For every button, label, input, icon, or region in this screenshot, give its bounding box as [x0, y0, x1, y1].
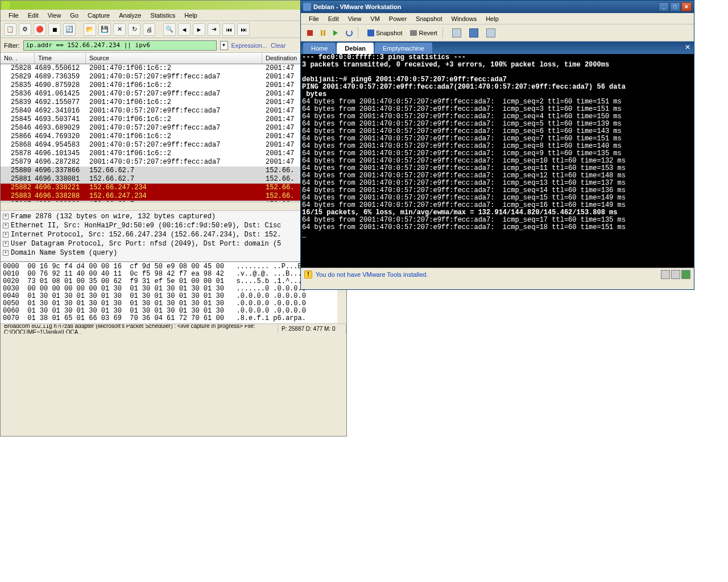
menu-analyze[interactable]: Analyze	[114, 11, 146, 20]
detail-row[interactable]: +User Datagram Protocol, Src Port: nfsd …	[3, 239, 344, 248]
menu-statistics[interactable]: Statistics	[146, 11, 180, 20]
vm-menu-windows[interactable]: Windows	[447, 14, 482, 23]
menu-edit[interactable]: Edit	[23, 11, 43, 20]
filter-dropdown-icon[interactable]: ▼	[220, 41, 228, 50]
expand-icon[interactable]: +	[3, 250, 9, 256]
packet-details[interactable]: +Frame 2878 (132 bytes on wire, 132 byte…	[1, 211, 346, 262]
device-harddisk-icon[interactable]	[661, 270, 670, 279]
expand-icon[interactable]: +	[3, 214, 9, 219]
menu-view[interactable]: View	[43, 11, 66, 20]
tb-options-icon[interactable]: ⚙	[19, 23, 31, 36]
packet-list-hscroll[interactable]	[1, 202, 346, 211]
tb-reload-icon[interactable]: ↻	[128, 23, 140, 36]
col-source[interactable]: Source	[86, 53, 262, 64]
packet-row[interactable]: 258354690.8759282001:470:1f06:1c6::22001…	[1, 81, 346, 90]
vm-menu-power[interactable]: Power	[384, 14, 411, 23]
vm-status-text[interactable]: You do not have VMware Tools installed.	[316, 271, 657, 278]
col-no[interactable]: No. .	[1, 53, 35, 64]
packet-row[interactable]: 258784696.1013452001:470:1f06:1c6::22001…	[1, 149, 346, 158]
expand-icon[interactable]: +	[3, 223, 9, 228]
packet-row[interactable]: 258284689.5506122001:470:1f06:1c6::22001…	[1, 64, 346, 73]
vm-menu-file[interactable]: File	[304, 14, 324, 23]
filter-expression-link[interactable]: Expression...	[231, 42, 268, 49]
vmware-titlebar[interactable]: Debian - VMware Workstation _ □ ✕	[301, 1, 694, 13]
packet-list-headers: No. . Time Source Destination	[1, 53, 346, 64]
menu-file[interactable]: File	[4, 11, 23, 20]
tab-close-icon[interactable]: ✕	[684, 43, 692, 51]
vm-menu-edit[interactable]: Edit	[324, 14, 344, 23]
vm-menu-view[interactable]: View	[344, 14, 366, 23]
detail-row[interactable]: +Ethernet II, Src: HonHaiPr_9d:50:e9 (00…	[3, 221, 344, 230]
detail-row[interactable]: +Frame 2878 (132 bytes on wire, 132 byte…	[3, 212, 344, 221]
wireshark-titlebar[interactable]	[1, 1, 346, 10]
packet-row[interactable]: 258394692.1550772001:470:1f06:1c6::22001…	[1, 98, 346, 107]
filter-clear-link[interactable]: Clear	[271, 42, 286, 49]
packet-list[interactable]: 258284689.5506122001:470:1f06:1c6::22001…	[1, 64, 346, 202]
vm-stop-button[interactable]	[304, 27, 316, 39]
device-network-icon[interactable]	[681, 270, 690, 279]
tb-save-icon[interactable]: 💾	[98, 23, 111, 36]
packet-row[interactable]: 258454693.5037412001:470:1f06:1c6::22001…	[1, 115, 346, 124]
detail-row[interactable]: +Internet Protocol, Src: 152.66.247.234 …	[3, 230, 344, 239]
packet-row[interactable]: 258294689.7363592001:470:0:57:207:e9ff:f…	[1, 73, 346, 81]
tb-print-icon[interactable]: 🖨	[143, 23, 155, 36]
tb-stop-icon[interactable]: ⏹	[48, 23, 61, 36]
tb-close-icon[interactable]: ✕	[113, 23, 126, 36]
vm-menu-vm[interactable]: VM	[366, 14, 384, 23]
packet-row[interactable]: 258834696.338288152.66.247.234152.66.	[1, 192, 346, 201]
tb-forward-icon[interactable]: ►	[193, 23, 205, 36]
packet-row[interactable]: 258804696.337866152.66.62.7152.66.	[1, 167, 346, 175]
tab-home[interactable]: Home	[303, 43, 336, 54]
minimize-button[interactable]: _	[659, 2, 669, 11]
packet-hex[interactable]: 0000 00 16 9c f4 d4 00 00 16 cf 9d 50 e9…	[1, 262, 346, 323]
tab-debian[interactable]: Debian	[337, 43, 374, 54]
close-button[interactable]: ✕	[681, 2, 692, 11]
tb-goto-icon[interactable]: ➜	[208, 23, 220, 36]
tb-restart-icon[interactable]: 🔄	[63, 23, 76, 36]
tb-open-icon[interactable]: 📂	[84, 23, 96, 36]
maximize-button[interactable]: □	[670, 2, 680, 11]
disk-icon	[367, 30, 374, 36]
packet-row[interactable]: 258664694.7693202001:470:1f06:1c6::22001…	[1, 132, 346, 141]
tb-back-icon[interactable]: ◄	[178, 23, 191, 36]
reload-icon	[346, 30, 353, 36]
vm-play-button[interactable]	[330, 27, 341, 39]
packet-row[interactable]: 258684694.9545832001:470:0:57:207:e9ff:f…	[1, 141, 346, 149]
tb-last-icon[interactable]: ⏭	[237, 23, 250, 36]
col-time[interactable]: Time	[35, 53, 86, 64]
menu-capture[interactable]: Capture	[83, 11, 114, 20]
menu-go[interactable]: Go	[65, 11, 83, 20]
wireshark-filterbar: Filter: ▼ Expression... Clear	[1, 38, 346, 53]
packet-row[interactable]: 258814696.338081152.66.62.7152.66.	[1, 175, 346, 184]
vmware-menubar: File Edit View VM Power Snapshot Windows…	[301, 13, 694, 24]
expand-icon[interactable]: +	[3, 241, 9, 247]
packet-row[interactable]: 258464693.6890292001:470:0:57:207:e9ff:f…	[1, 124, 346, 132]
filter-input[interactable]	[23, 40, 217, 51]
vm-reset-button[interactable]	[343, 27, 355, 39]
vm-menu-help[interactable]: Help	[481, 14, 503, 23]
tb-interfaces-icon[interactable]: 📋	[4, 23, 16, 36]
packet-row[interactable]: 258794696.2872822001:470:0:57:207:e9ff:f…	[1, 158, 346, 167]
vm-unity-button[interactable]	[483, 27, 498, 39]
tab-emptymachine[interactable]: Emptymachine	[375, 43, 432, 54]
vm-revert-button[interactable]: Revert	[407, 27, 440, 39]
vm-pause-button[interactable]	[318, 27, 328, 39]
wireshark-statusbar: Broadcom 802.11g h?l?zati adapter (Micro…	[1, 323, 346, 334]
vm-menu-snapshot[interactable]: Snapshot	[411, 14, 446, 23]
packet-row[interactable]: 258404692.3410162001:470:0:57:207:e9ff:f…	[1, 107, 346, 115]
packet-row[interactable]: 258824696.338221152.66.247.234152.66.	[1, 184, 346, 192]
fullscreen-icon	[469, 28, 478, 38]
vm-fullscreen-button[interactable]	[466, 27, 481, 39]
tb-start-icon[interactable]: 🔴	[34, 23, 46, 36]
device-cd-icon[interactable]	[671, 270, 680, 279]
tb-find-icon[interactable]: 🔍	[163, 23, 176, 36]
vm-snapshot-button[interactable]: Snapshot	[365, 27, 405, 39]
packet-row[interactable]: 258364691.0614252001:470:0:57:207:e9ff:f…	[1, 90, 346, 98]
expand-icon[interactable]: +	[3, 232, 9, 238]
vm-terminal[interactable]: --- fec0:0:0:ffff::3 ping statistics ---…	[301, 54, 694, 268]
vm-view1-button[interactable]	[449, 27, 464, 39]
tb-first-icon[interactable]: ⏮	[222, 23, 235, 36]
detail-row[interactable]: +Domain Name System (query)	[3, 248, 344, 257]
packet-row[interactable]: 258874696.868362152.66.62.7152.66.	[1, 201, 346, 202]
menu-help[interactable]: Help	[180, 11, 202, 20]
